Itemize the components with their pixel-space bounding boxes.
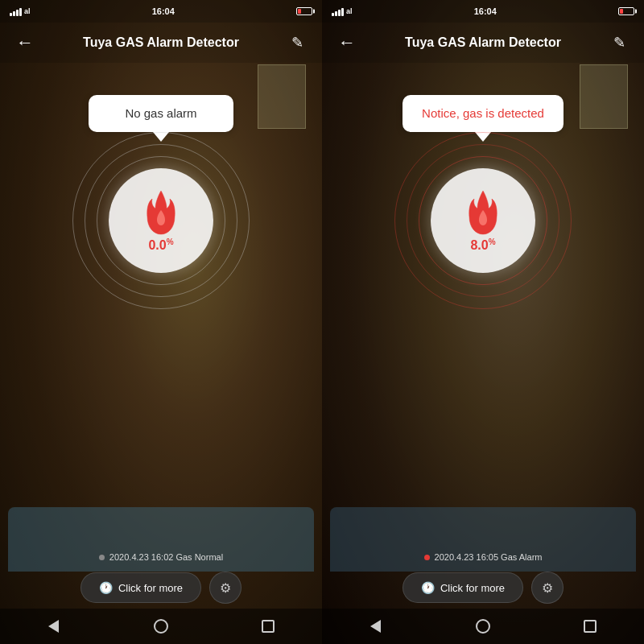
clock-icon-alarm: 🕐 (421, 581, 435, 594)
time-display-alarm: 16:04 (474, 6, 497, 16)
system-nav-alarm (322, 609, 644, 644)
click-more-label-alarm: Click for more (440, 582, 505, 594)
recent-square-icon-normal (262, 620, 275, 633)
main-content-normal: No gas alarm 0.0% (0, 63, 322, 285)
settings-button-normal[interactable]: ⚙ (209, 572, 242, 604)
page-title-alarm: Tuya GAS Alarm Detector (359, 35, 607, 50)
bottom-buttons-normal: 🕐 Click for more ⚙ (80, 572, 242, 604)
main-content-alarm: Notice, gas is detected 8.0% (322, 63, 644, 285)
nav-bar-alarm: ← Tuya GAS Alarm Detector ✎ (322, 23, 644, 63)
click-more-label-normal: Click for more (118, 582, 183, 594)
sys-home-button-alarm[interactable] (467, 619, 499, 634)
status-dot-alarm (424, 555, 430, 560)
signal-text: al (24, 7, 31, 15)
status-icons: 16:04 (152, 6, 175, 16)
sys-recent-button-normal[interactable] (252, 620, 284, 633)
sys-back-button-alarm[interactable] (360, 620, 392, 633)
phone-panel-normal: al 16:04 ← Tuya GAS Alarm Detector ✎ No … (0, 0, 322, 644)
sensor-circle-alarm: 8.0% (431, 168, 535, 273)
status-dot-normal (99, 555, 105, 560)
sensor-unit-alarm: % (489, 237, 496, 246)
battery-area-alarm (618, 7, 634, 15)
home-circle-icon-alarm (476, 619, 490, 634)
home-circle-icon-normal (154, 619, 168, 634)
page-title-normal: Tuya GAS Alarm Detector (37, 35, 285, 50)
status-icons-alarm: 16:04 (474, 6, 497, 16)
bubble-text-normal: No gas alarm (125, 106, 196, 120)
status-bubble-alarm: Notice, gas is detected (402, 95, 564, 132)
status-bar-left-alarm: al (332, 6, 353, 16)
phone-panel-alarm: al 16:04 ← Tuya GAS Alarm Detector ✎ Not… (322, 0, 644, 644)
settings-icon-normal: ⚙ (220, 580, 231, 596)
back-button-alarm[interactable]: ← (335, 32, 359, 53)
sensor-circle-normal: 0.0% (109, 168, 213, 273)
battery-icon (296, 7, 312, 15)
battery-fill (298, 9, 301, 14)
edit-button-alarm[interactable]: ✎ (607, 34, 631, 52)
flame-icon-normal (140, 188, 182, 236)
back-triangle-icon-normal (48, 620, 59, 633)
sys-home-button-normal[interactable] (145, 619, 177, 634)
time-display: 16:04 (152, 6, 175, 16)
battery-icon-alarm (618, 7, 634, 15)
sensor-container-alarm[interactable]: 8.0% (419, 156, 547, 285)
status-log-normal: 2020.4.23 16:02 Gas Normal (99, 552, 223, 562)
flame-icon-alarm (462, 188, 504, 236)
status-log-text-alarm: 2020.4.23 16:05 Gas Alarm (435, 552, 543, 562)
status-bar-alarm: al 16:04 (322, 0, 644, 23)
status-bar-left: al (10, 6, 31, 16)
signal-icon (10, 6, 22, 16)
signal-icon-alarm (332, 6, 344, 16)
bottom-section-alarm: 2020.4.23 16:05 Gas Alarm 🕐 Click for mo… (322, 552, 644, 604)
status-bubble-normal: No gas alarm (89, 95, 233, 132)
sensor-container-normal[interactable]: 0.0% (97, 156, 225, 285)
sensor-unit-normal: % (167, 237, 174, 246)
battery-area (296, 7, 312, 15)
back-button-normal[interactable]: ← (13, 32, 37, 53)
bottom-section-normal: 2020.4.23 16:02 Gas Normal 🕐 Click for m… (0, 552, 322, 604)
sensor-value-normal: 0.0% (148, 237, 173, 253)
nav-bar-normal: ← Tuya GAS Alarm Detector ✎ (0, 23, 322, 63)
battery-fill-alarm (620, 9, 623, 14)
clock-icon-normal: 🕐 (99, 581, 113, 594)
sys-recent-button-alarm[interactable] (574, 620, 606, 633)
edit-button-normal[interactable]: ✎ (285, 34, 309, 52)
back-triangle-icon-alarm (370, 620, 381, 633)
recent-square-icon-alarm (584, 620, 597, 633)
click-more-button-normal[interactable]: 🕐 Click for more (80, 572, 201, 603)
click-more-button-alarm[interactable]: 🕐 Click for more (402, 572, 523, 603)
status-bar: al 16:04 (0, 0, 322, 23)
status-log-alarm: 2020.4.23 16:05 Gas Alarm (424, 552, 543, 562)
status-log-text-normal: 2020.4.23 16:02 Gas Normal (109, 552, 223, 562)
signal-text-alarm: al (346, 7, 353, 15)
sys-back-button-normal[interactable] (38, 620, 70, 633)
system-nav-normal (0, 609, 322, 644)
bottom-buttons-alarm: 🕐 Click for more ⚙ (402, 572, 564, 604)
sensor-value-alarm: 8.0% (470, 237, 495, 253)
bubble-text-alarm: Notice, gas is detected (422, 106, 544, 120)
settings-icon-alarm: ⚙ (542, 580, 553, 596)
settings-button-alarm[interactable]: ⚙ (531, 572, 564, 604)
